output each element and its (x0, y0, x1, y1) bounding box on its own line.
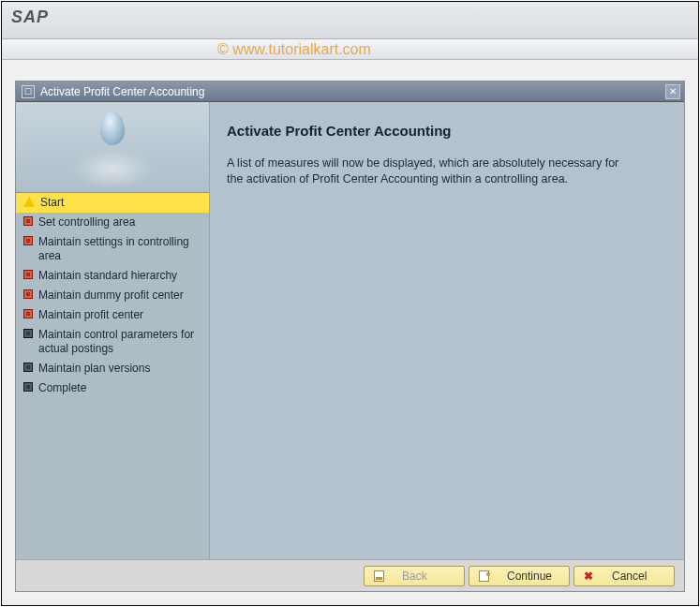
nav-item[interactable]: Maintain profit center (16, 305, 209, 325)
nav-item[interactable]: Maintain standard hierarchy (16, 266, 209, 286)
content-area: ☐ Activate Profit Center Accounting ✕ St… (2, 60, 698, 605)
nav-item[interactable]: Maintain plan versions (16, 359, 209, 378)
toolbar: © www.tutorialkart.com (2, 39, 698, 60)
nav-item-label: Maintain dummy profit center (38, 289, 203, 303)
continue-label: Continue (507, 570, 552, 583)
step-icon (23, 216, 33, 226)
step-icon (23, 270, 33, 279)
nav-item-label: Maintain profit center (38, 308, 203, 322)
header: SAP (2, 2, 698, 39)
water-drop-icon (100, 111, 125, 145)
nav-item[interactable]: Maintain control parameters for actual p… (16, 325, 209, 359)
nav-item-label: Maintain control parameters for actual p… (38, 328, 203, 356)
step-icon (23, 289, 33, 299)
nav-item[interactable]: Maintain dummy profit center (16, 286, 209, 305)
nav-item[interactable]: Maintain settings in controlling area (16, 232, 209, 266)
dialog-title: Activate Profit Center Accounting (40, 85, 665, 98)
dialog-body: StartSet controlling areaMaintain settin… (16, 102, 684, 559)
nav-item-label: Maintain standard hierarchy (38, 269, 203, 283)
sidebar-decorative-image (16, 102, 209, 192)
nav-item-label: Start (40, 196, 203, 210)
nav-item-label: Maintain plan versions (38, 362, 203, 376)
step-icon (23, 329, 33, 338)
back-button[interactable]: Back (364, 566, 465, 586)
cancel-label: Cancel (612, 570, 647, 583)
main-panel: Activate Profit Center Accounting A list… (210, 102, 684, 559)
warning-icon (23, 197, 35, 207)
app-window: SAP © www.tutorialkart.com ☐ Activate Pr… (1, 1, 699, 606)
continue-button[interactable]: Continue (469, 566, 570, 586)
page-icon (477, 570, 490, 583)
nav-item[interactable]: Complete (16, 378, 209, 398)
cancel-icon: ✖ (582, 570, 595, 583)
main-body-text: A list of measures will now be displayed… (227, 155, 620, 187)
step-icon (23, 309, 33, 318)
nav-item-label: Maintain settings in controlling area (38, 235, 203, 263)
nav-item[interactable]: Start (16, 193, 209, 213)
dialog-footer: Back Continue ✖ Cancel (16, 559, 684, 591)
dialog: ☐ Activate Profit Center Accounting ✕ St… (15, 81, 685, 592)
sidebar: StartSet controlling areaMaintain settin… (16, 102, 210, 559)
main-title: Activate Profit Center Accounting (227, 123, 667, 139)
logo-text: SAP (11, 7, 49, 26)
nav-list: StartSet controlling areaMaintain settin… (16, 192, 209, 559)
page-icon (372, 570, 385, 583)
cancel-button[interactable]: ✖ Cancel (573, 566, 675, 586)
step-icon (23, 363, 33, 372)
step-icon (23, 382, 33, 392)
nav-item[interactable]: Set controlling area (16, 213, 209, 232)
nav-item-label: Complete (38, 381, 203, 395)
step-icon (23, 236, 33, 245)
watermark-text: © www.tutorialkart.com (217, 41, 371, 58)
dialog-titlebar: ☐ Activate Profit Center Accounting ✕ (16, 81, 684, 102)
close-icon[interactable]: ✕ (665, 84, 680, 99)
nav-item-label: Set controlling area (38, 215, 203, 229)
titlebar-icon: ☐ (22, 85, 35, 98)
back-label: Back (402, 570, 427, 583)
